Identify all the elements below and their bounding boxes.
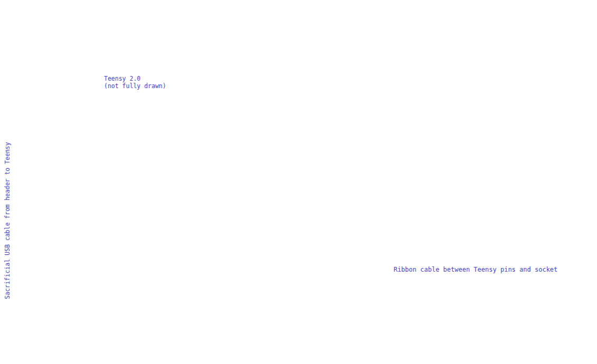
note-teensy-line1[interactable]: Teensy 2.0 xyxy=(104,75,140,82)
note-ribbon-cable[interactable]: Ribbon cable between Teensy pins and soc… xyxy=(370,266,581,273)
note-teensy-line2[interactable]: (not fully drawn) xyxy=(104,83,166,90)
note-sacrificial-usb-cable[interactable]: Sacrificial USB cable from header to Tee… xyxy=(4,109,11,299)
schematic-page: Sacrificial USB cable from header to Tee… xyxy=(0,0,597,364)
schematic-canvas[interactable] xyxy=(0,0,597,364)
